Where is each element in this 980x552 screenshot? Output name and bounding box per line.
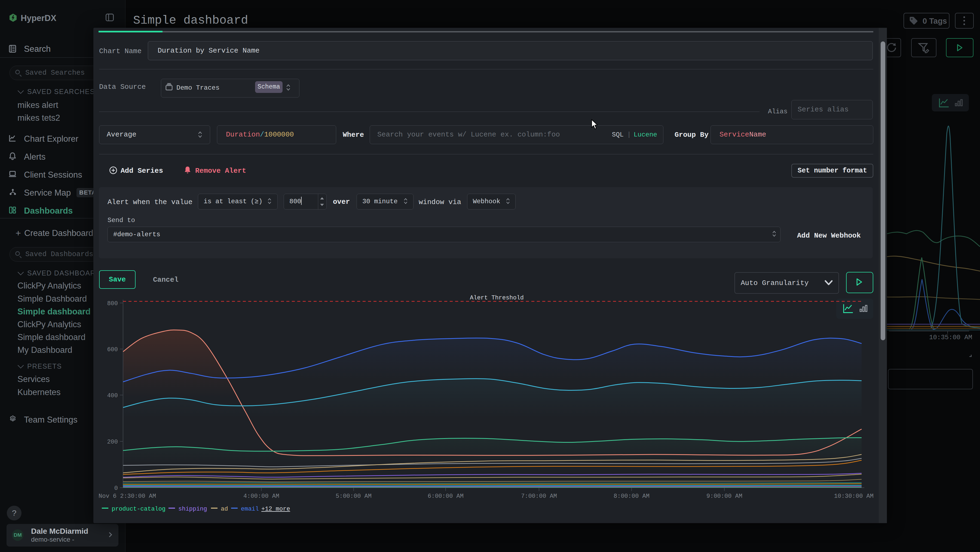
svg-text:Alert Threshold: Alert Threshold xyxy=(470,295,524,302)
svg-text:9:00:00 AM: 9:00:00 AM xyxy=(706,493,742,500)
svg-text:Nov 6 2:30:00 AM: Nov 6 2:30:00 AM xyxy=(99,493,156,500)
svg-text:8:00:00 AM: 8:00:00 AM xyxy=(614,493,649,500)
svg-text:7:00:00 AM: 7:00:00 AM xyxy=(521,493,557,500)
svg-text:shipping: shipping xyxy=(178,506,207,512)
svg-text:10:30:00 AM: 10:30:00 AM xyxy=(834,493,873,500)
svg-text:800: 800 xyxy=(107,300,118,307)
svg-text:5:00:00 AM: 5:00:00 AM xyxy=(336,493,372,500)
svg-text:0: 0 xyxy=(115,485,118,492)
svg-text:6:00:00 AM: 6:00:00 AM xyxy=(428,493,464,500)
svg-text:+12 more: +12 more xyxy=(261,506,290,512)
svg-text:ad: ad xyxy=(221,506,228,512)
svg-text:4:00:00 AM: 4:00:00 AM xyxy=(243,493,279,500)
svg-text:400: 400 xyxy=(107,392,118,399)
svg-text:email: email xyxy=(241,506,259,512)
svg-text:product-catalog: product-catalog xyxy=(111,506,165,512)
svg-text:200: 200 xyxy=(107,439,118,445)
svg-text:600: 600 xyxy=(107,346,118,353)
